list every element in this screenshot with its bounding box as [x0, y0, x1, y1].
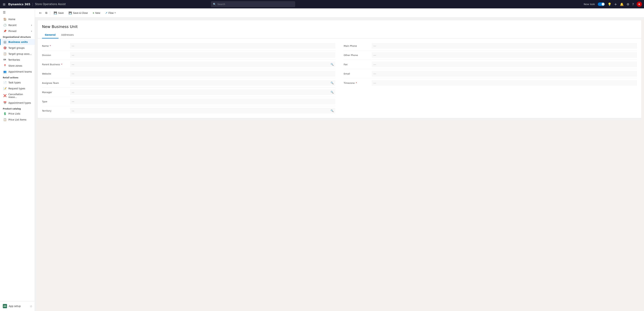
new-label: New	[96, 11, 100, 14]
sidebar-item-appointment-teams[interactable]: 👥 Appointment teams	[0, 69, 35, 75]
sidebar-item-business-units-label: Business units	[8, 40, 28, 43]
recent-icon: 🕐	[3, 24, 7, 27]
retail-actions-section: Retail actions	[0, 75, 35, 80]
sidebar-item-cancellation-label: Cancellation reaso...	[8, 93, 32, 98]
recent-expand-icon: ▾	[31, 24, 32, 26]
sidebar-item-pinned-label: Pinned	[8, 30, 16, 32]
toolbar-divider-1	[50, 11, 50, 15]
sidebar-item-target-groups[interactable]: 🎯 Target groups	[0, 45, 35, 51]
sidebar-item-store-zones-label: Store zones	[8, 64, 22, 67]
field-assignee-team: Assignee Team --- 🔍	[42, 78, 335, 88]
grid-icon[interactable]: ⊞	[2, 2, 6, 7]
sidebar-item-store-zones[interactable]: 📍 Store zones	[0, 63, 35, 69]
new-icon: +	[93, 11, 94, 14]
save-label: Save	[58, 11, 64, 14]
field-fax: Fax ---	[344, 60, 637, 69]
division-value[interactable]: ---	[70, 52, 335, 58]
sidebar-item-target-group-asso-label: Target group asso...	[8, 52, 32, 55]
territories-icon: 🗺	[3, 58, 6, 61]
sidebar-item-request-types[interactable]: 📝 Request types	[0, 85, 35, 91]
type-value[interactable]: ---	[70, 99, 335, 104]
email-value[interactable]: ---	[372, 71, 637, 76]
price-list-items-icon: 📋	[3, 118, 7, 121]
top-right-actions: New look 💡 + 🔔 ⚙ ? R	[584, 1, 642, 7]
app-setup-label: App setup	[9, 305, 21, 308]
product-catalog-section: Product catalog	[0, 106, 35, 111]
app-setup-badge: AS	[3, 304, 7, 308]
territory-search-icon[interactable]: 🔍	[330, 109, 334, 112]
back-button[interactable]: ←	[38, 10, 43, 16]
type-label: Type	[42, 100, 70, 103]
field-manager: Manager --- 🔍	[42, 88, 335, 97]
app-setup-item[interactable]: AS App setup ◇	[0, 303, 35, 310]
timezone-required: *	[355, 82, 357, 84]
new-look-toggle[interactable]	[598, 2, 605, 6]
field-division: Division ---	[42, 50, 335, 60]
main-layout: ☰ 🏠 Home 🕐 Recent ▾ 📌 Pinned ▾ Organizat…	[0, 8, 644, 311]
assignee-team-value[interactable]: --- 🔍	[70, 80, 335, 86]
new-button[interactable]: + New	[91, 10, 102, 15]
other-phone-value[interactable]: ---	[372, 52, 637, 58]
help-icon[interactable]: ?	[632, 2, 634, 6]
notifications-icon[interactable]: 🔔	[620, 2, 624, 6]
sidebar-item-price-lists-label: Price Lists	[8, 112, 20, 115]
restore-button[interactable]: ⧉	[44, 10, 49, 15]
manager-search-icon[interactable]: 🔍	[330, 90, 334, 94]
assignee-team-search-icon[interactable]: 🔍	[330, 81, 334, 85]
sidebar-item-home[interactable]: 🏠 Home	[0, 16, 35, 22]
field-other-phone: Other Phone ---	[344, 50, 637, 60]
sidebar-item-price-list-items[interactable]: 📋 Price List Items	[0, 117, 35, 123]
form-right-column: Main Phone --- Other Phone --- Fax ---	[340, 41, 641, 115]
main-phone-label: Main Phone	[344, 45, 372, 47]
territory-value[interactable]: --- 🔍	[70, 108, 335, 113]
top-navigation: ⊞ Dynamics 365 | Store Operations Assist…	[0, 0, 644, 8]
save-close-button[interactable]: 💾 Save & Close	[66, 10, 90, 15]
other-phone-label: Other Phone	[344, 54, 372, 56]
sidebar-item-appointment-types[interactable]: 📅 Appointment types	[0, 100, 35, 106]
form-left-column: Name * --- Division --- Parent Business …	[38, 41, 340, 115]
field-website: Website ---	[42, 69, 335, 78]
sidebar-item-target-group-asso[interactable]: 📋 Target group asso...	[0, 51, 35, 57]
global-search[interactable]: 🔍	[211, 1, 295, 7]
sidebar-bottom: AS App setup ◇	[0, 301, 35, 311]
sidebar-item-business-units[interactable]: 🏢 Business units	[0, 39, 35, 45]
sidebar-item-recent[interactable]: 🕐 Recent ▾	[0, 22, 35, 28]
dynamics365-label: Dynamics 365	[8, 3, 30, 6]
avatar[interactable]: R	[637, 1, 642, 7]
add-icon[interactable]: +	[614, 2, 617, 6]
tab-general[interactable]: General	[42, 32, 58, 38]
save-close-label: Save & Close	[73, 11, 88, 14]
lightbulb-icon[interactable]: 💡	[608, 2, 612, 6]
sidebar-item-pinned[interactable]: 📌 Pinned ▾	[0, 28, 35, 34]
name-required: *	[49, 45, 51, 47]
settings-icon[interactable]: ⚙	[626, 2, 629, 6]
sidebar-item-target-groups-label: Target groups	[8, 46, 24, 49]
form-tabs: General Addresses	[38, 32, 641, 38]
form-card: New Business Unit General Addresses Name…	[38, 20, 641, 118]
main-phone-value[interactable]: ---	[372, 43, 637, 49]
save-button[interactable]: 💾 Save	[52, 10, 66, 15]
store-zones-icon: 📍	[3, 64, 7, 67]
division-label: Division	[42, 54, 70, 56]
website-value[interactable]: ---	[70, 71, 335, 76]
name-value[interactable]: ---	[70, 43, 335, 49]
sidebar-item-cancellation-reaso[interactable]: ❌ Cancellation reaso...	[0, 91, 35, 100]
sidebar-hamburger-icon[interactable]: ☰	[0, 8, 35, 16]
sidebar-item-price-lists[interactable]: 💲 Price Lists	[0, 111, 35, 117]
flow-button[interactable]: ↗ Flow ▾	[103, 10, 118, 15]
fax-value[interactable]: ---	[372, 61, 637, 67]
request-types-icon: 📝	[3, 87, 7, 90]
parent-business-search-icon[interactable]: 🔍	[330, 63, 334, 66]
timezone-label: Timezone *	[344, 82, 372, 84]
flow-icon: ↗	[105, 11, 108, 14]
parent-business-value[interactable]: --- 🔍	[70, 61, 335, 67]
timezone-value[interactable]: ---	[372, 80, 637, 86]
nav-divider: |	[32, 2, 33, 6]
sidebar-item-task-types[interactable]: 📄 Task types	[0, 80, 35, 85]
sidebar-item-price-list-items-label: Price List Items	[8, 118, 26, 121]
tab-addresses[interactable]: Addresses	[58, 32, 77, 38]
search-input[interactable]	[217, 3, 293, 5]
manager-value[interactable]: --- 🔍	[70, 89, 335, 95]
sidebar-item-territories[interactable]: 🗺 Territories	[0, 57, 35, 63]
fax-label: Fax	[344, 63, 372, 66]
